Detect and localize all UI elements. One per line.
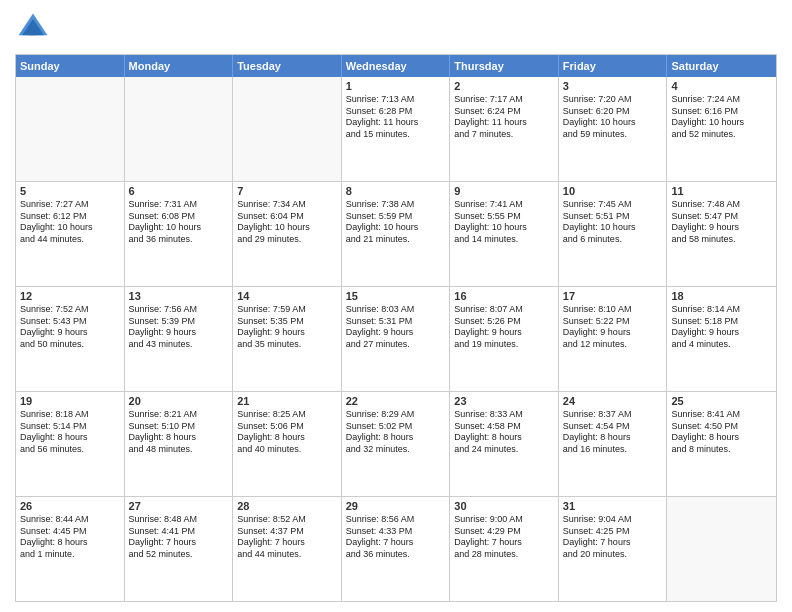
day-number: 31 bbox=[563, 500, 663, 512]
header-day-saturday: Saturday bbox=[667, 55, 776, 77]
calendar-row-3: 12Sunrise: 7:52 AM Sunset: 5:43 PM Dayli… bbox=[16, 286, 776, 391]
calendar-row-4: 19Sunrise: 8:18 AM Sunset: 5:14 PM Dayli… bbox=[16, 391, 776, 496]
calendar-cell-8: 8Sunrise: 7:38 AM Sunset: 5:59 PM Daylig… bbox=[342, 182, 451, 286]
cell-info: Sunrise: 7:24 AM Sunset: 6:16 PM Dayligh… bbox=[671, 94, 772, 141]
day-number: 3 bbox=[563, 80, 663, 92]
calendar-cell-5: 5Sunrise: 7:27 AM Sunset: 6:12 PM Daylig… bbox=[16, 182, 125, 286]
header-day-thursday: Thursday bbox=[450, 55, 559, 77]
calendar-row-2: 5Sunrise: 7:27 AM Sunset: 6:12 PM Daylig… bbox=[16, 181, 776, 286]
cell-info: Sunrise: 8:18 AM Sunset: 5:14 PM Dayligh… bbox=[20, 409, 120, 456]
calendar-cell-31: 31Sunrise: 9:04 AM Sunset: 4:25 PM Dayli… bbox=[559, 497, 668, 601]
day-number: 10 bbox=[563, 185, 663, 197]
calendar-cell-21: 21Sunrise: 8:25 AM Sunset: 5:06 PM Dayli… bbox=[233, 392, 342, 496]
calendar-cell-25: 25Sunrise: 8:41 AM Sunset: 4:50 PM Dayli… bbox=[667, 392, 776, 496]
calendar-cell-19: 19Sunrise: 8:18 AM Sunset: 5:14 PM Dayli… bbox=[16, 392, 125, 496]
day-number: 5 bbox=[20, 185, 120, 197]
day-number: 24 bbox=[563, 395, 663, 407]
calendar-cell-29: 29Sunrise: 8:56 AM Sunset: 4:33 PM Dayli… bbox=[342, 497, 451, 601]
calendar-cell-16: 16Sunrise: 8:07 AM Sunset: 5:26 PM Dayli… bbox=[450, 287, 559, 391]
svg-rect-2 bbox=[29, 30, 36, 35]
calendar-cell-17: 17Sunrise: 8:10 AM Sunset: 5:22 PM Dayli… bbox=[559, 287, 668, 391]
cell-info: Sunrise: 7:31 AM Sunset: 6:08 PM Dayligh… bbox=[129, 199, 229, 246]
calendar-cell-6: 6Sunrise: 7:31 AM Sunset: 6:08 PM Daylig… bbox=[125, 182, 234, 286]
cell-info: Sunrise: 7:56 AM Sunset: 5:39 PM Dayligh… bbox=[129, 304, 229, 351]
day-number: 1 bbox=[346, 80, 446, 92]
calendar-cell-24: 24Sunrise: 8:37 AM Sunset: 4:54 PM Dayli… bbox=[559, 392, 668, 496]
day-number: 18 bbox=[671, 290, 772, 302]
calendar-cell-30: 30Sunrise: 9:00 AM Sunset: 4:29 PM Dayli… bbox=[450, 497, 559, 601]
header-day-friday: Friday bbox=[559, 55, 668, 77]
cell-info: Sunrise: 7:59 AM Sunset: 5:35 PM Dayligh… bbox=[237, 304, 337, 351]
cell-info: Sunrise: 9:00 AM Sunset: 4:29 PM Dayligh… bbox=[454, 514, 554, 561]
day-number: 21 bbox=[237, 395, 337, 407]
day-number: 28 bbox=[237, 500, 337, 512]
cell-info: Sunrise: 8:25 AM Sunset: 5:06 PM Dayligh… bbox=[237, 409, 337, 456]
day-number: 22 bbox=[346, 395, 446, 407]
calendar-row-1: 1Sunrise: 7:13 AM Sunset: 6:28 PM Daylig… bbox=[16, 77, 776, 181]
day-number: 13 bbox=[129, 290, 229, 302]
calendar-row-5: 26Sunrise: 8:44 AM Sunset: 4:45 PM Dayli… bbox=[16, 496, 776, 601]
day-number: 14 bbox=[237, 290, 337, 302]
calendar-cell-27: 27Sunrise: 8:48 AM Sunset: 4:41 PM Dayli… bbox=[125, 497, 234, 601]
day-number: 6 bbox=[129, 185, 229, 197]
cell-info: Sunrise: 8:44 AM Sunset: 4:45 PM Dayligh… bbox=[20, 514, 120, 561]
header-day-monday: Monday bbox=[125, 55, 234, 77]
cell-info: Sunrise: 7:27 AM Sunset: 6:12 PM Dayligh… bbox=[20, 199, 120, 246]
cell-info: Sunrise: 7:38 AM Sunset: 5:59 PM Dayligh… bbox=[346, 199, 446, 246]
day-number: 17 bbox=[563, 290, 663, 302]
day-number: 12 bbox=[20, 290, 120, 302]
calendar-cell-22: 22Sunrise: 8:29 AM Sunset: 5:02 PM Dayli… bbox=[342, 392, 451, 496]
calendar-cell-12: 12Sunrise: 7:52 AM Sunset: 5:43 PM Dayli… bbox=[16, 287, 125, 391]
calendar-cell-11: 11Sunrise: 7:48 AM Sunset: 5:47 PM Dayli… bbox=[667, 182, 776, 286]
logo bbox=[15, 10, 57, 46]
cell-info: Sunrise: 7:48 AM Sunset: 5:47 PM Dayligh… bbox=[671, 199, 772, 246]
logo-icon bbox=[15, 10, 51, 46]
page: SundayMondayTuesdayWednesdayThursdayFrid… bbox=[0, 0, 792, 612]
calendar-cell-23: 23Sunrise: 8:33 AM Sunset: 4:58 PM Dayli… bbox=[450, 392, 559, 496]
calendar-header: SundayMondayTuesdayWednesdayThursdayFrid… bbox=[16, 55, 776, 77]
calendar-cell-7: 7Sunrise: 7:34 AM Sunset: 6:04 PM Daylig… bbox=[233, 182, 342, 286]
day-number: 4 bbox=[671, 80, 772, 92]
day-number: 7 bbox=[237, 185, 337, 197]
calendar-cell-1: 1Sunrise: 7:13 AM Sunset: 6:28 PM Daylig… bbox=[342, 77, 451, 181]
calendar-cell-4: 4Sunrise: 7:24 AM Sunset: 6:16 PM Daylig… bbox=[667, 77, 776, 181]
day-number: 30 bbox=[454, 500, 554, 512]
cell-info: Sunrise: 8:33 AM Sunset: 4:58 PM Dayligh… bbox=[454, 409, 554, 456]
day-number: 19 bbox=[20, 395, 120, 407]
day-number: 8 bbox=[346, 185, 446, 197]
cell-info: Sunrise: 8:21 AM Sunset: 5:10 PM Dayligh… bbox=[129, 409, 229, 456]
calendar-cell-18: 18Sunrise: 8:14 AM Sunset: 5:18 PM Dayli… bbox=[667, 287, 776, 391]
day-number: 25 bbox=[671, 395, 772, 407]
cell-info: Sunrise: 8:41 AM Sunset: 4:50 PM Dayligh… bbox=[671, 409, 772, 456]
day-number: 29 bbox=[346, 500, 446, 512]
calendar-cell-13: 13Sunrise: 7:56 AM Sunset: 5:39 PM Dayli… bbox=[125, 287, 234, 391]
cell-info: Sunrise: 9:04 AM Sunset: 4:25 PM Dayligh… bbox=[563, 514, 663, 561]
cell-info: Sunrise: 8:37 AM Sunset: 4:54 PM Dayligh… bbox=[563, 409, 663, 456]
calendar-cell-20: 20Sunrise: 8:21 AM Sunset: 5:10 PM Dayli… bbox=[125, 392, 234, 496]
day-number: 23 bbox=[454, 395, 554, 407]
day-number: 15 bbox=[346, 290, 446, 302]
cell-info: Sunrise: 8:29 AM Sunset: 5:02 PM Dayligh… bbox=[346, 409, 446, 456]
header bbox=[15, 10, 777, 46]
cell-info: Sunrise: 8:48 AM Sunset: 4:41 PM Dayligh… bbox=[129, 514, 229, 561]
calendar-cell-14: 14Sunrise: 7:59 AM Sunset: 5:35 PM Dayli… bbox=[233, 287, 342, 391]
calendar-cell-empty bbox=[125, 77, 234, 181]
calendar-cell-2: 2Sunrise: 7:17 AM Sunset: 6:24 PM Daylig… bbox=[450, 77, 559, 181]
cell-info: Sunrise: 7:41 AM Sunset: 5:55 PM Dayligh… bbox=[454, 199, 554, 246]
calendar-cell-10: 10Sunrise: 7:45 AM Sunset: 5:51 PM Dayli… bbox=[559, 182, 668, 286]
cell-info: Sunrise: 8:56 AM Sunset: 4:33 PM Dayligh… bbox=[346, 514, 446, 561]
cell-info: Sunrise: 7:45 AM Sunset: 5:51 PM Dayligh… bbox=[563, 199, 663, 246]
calendar: SundayMondayTuesdayWednesdayThursdayFrid… bbox=[15, 54, 777, 602]
cell-info: Sunrise: 7:52 AM Sunset: 5:43 PM Dayligh… bbox=[20, 304, 120, 351]
calendar-cell-empty bbox=[16, 77, 125, 181]
calendar-cell-empty bbox=[667, 497, 776, 601]
header-day-tuesday: Tuesday bbox=[233, 55, 342, 77]
calendar-cell-15: 15Sunrise: 8:03 AM Sunset: 5:31 PM Dayli… bbox=[342, 287, 451, 391]
cell-info: Sunrise: 8:52 AM Sunset: 4:37 PM Dayligh… bbox=[237, 514, 337, 561]
day-number: 16 bbox=[454, 290, 554, 302]
day-number: 2 bbox=[454, 80, 554, 92]
day-number: 20 bbox=[129, 395, 229, 407]
cell-info: Sunrise: 7:34 AM Sunset: 6:04 PM Dayligh… bbox=[237, 199, 337, 246]
cell-info: Sunrise: 7:13 AM Sunset: 6:28 PM Dayligh… bbox=[346, 94, 446, 141]
day-number: 9 bbox=[454, 185, 554, 197]
